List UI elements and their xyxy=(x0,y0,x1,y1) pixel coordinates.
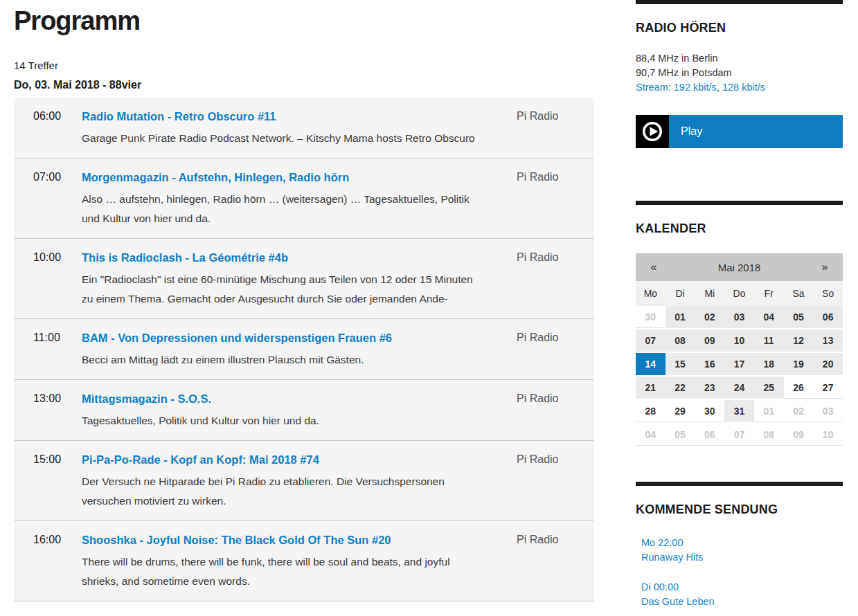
calendar-day[interactable]: 20 xyxy=(813,353,843,377)
calendar-day[interactable]: 07 xyxy=(724,424,754,447)
entry-time: 16:00 xyxy=(33,532,82,547)
calendar-day[interactable]: 10 xyxy=(724,329,754,353)
calendar-day[interactable]: 03 xyxy=(724,306,754,329)
entry-title-link[interactable]: Mittagsmagazin - S.O.S. xyxy=(82,391,211,406)
calendar-weekday: Mi xyxy=(695,288,724,299)
calendar-day[interactable]: 30 xyxy=(636,306,665,329)
calendar-prev-button[interactable]: « xyxy=(636,261,672,273)
kommende-sendung-heading: KOMMENDE SENDUNG xyxy=(636,502,843,517)
stream-link-128[interactable]: 128 kbit/s xyxy=(722,82,765,93)
calendar-day[interactable]: 02 xyxy=(784,400,814,424)
program-entry: 13:00 Mittagsmagazin - S.O.S. Tagesaktue… xyxy=(14,380,594,441)
calendar-day[interactable]: 08 xyxy=(665,329,695,353)
calendar-day[interactable]: 27 xyxy=(813,377,843,400)
page: Programm 14 Treffer Do, 03. Mai 2018 - 8… xyxy=(0,0,858,616)
upcoming-show-title: Das Gute Leben xyxy=(641,595,843,609)
entry-title-link[interactable]: BAM - Von Depressionen und widerspenstig… xyxy=(82,330,392,345)
entry-title-link[interactable]: This is Radioclash - La Géométrie #4b xyxy=(82,250,288,265)
upcoming-show-link[interactable]: Di 00:00 Das Gute Leben xyxy=(636,580,843,609)
calendar-day[interactable]: 10 xyxy=(813,424,843,447)
calendar-day[interactable]: 05 xyxy=(665,424,695,447)
program-entry: 11:00 BAM - Von Depressionen und widersp… xyxy=(14,319,594,380)
stream-link-192[interactable]: Stream: 192 kbit/s xyxy=(636,82,717,93)
entry-body: BAM - Von Depressionen und widerspenstig… xyxy=(82,330,483,370)
calendar-day[interactable]: 03 xyxy=(813,400,843,424)
calendar-weekday: Fr xyxy=(754,288,784,299)
entry-description: Garage Punk Pirate Radio Podcast Network… xyxy=(82,129,483,148)
calendar-day[interactable]: 19 xyxy=(784,353,814,377)
calendar-day[interactable]: 07 xyxy=(636,329,665,353)
program-entry: 07:00 Morgenmagazin - Aufstehn, Hinlegen… xyxy=(14,158,594,239)
calendar-day[interactable]: 25 xyxy=(754,377,784,400)
calendar-day[interactable]: 31 xyxy=(724,400,754,424)
calendar-weekday: Sa xyxy=(784,288,814,299)
entry-time: 15:00 xyxy=(33,452,82,467)
calendar-weekday: Di xyxy=(665,288,695,299)
calendar-day[interactable]: 24 xyxy=(724,377,754,400)
calendar-day[interactable]: 02 xyxy=(695,306,724,329)
calendar-weekday: Mo xyxy=(636,288,665,299)
entry-station-label: Pi Radio xyxy=(517,452,580,467)
calendar-month-label: Mai 2018 xyxy=(672,262,807,273)
entry-time: 07:00 xyxy=(33,170,82,185)
play-button-label: Play xyxy=(669,115,843,148)
upcoming-shows-list: Mo 22:00 Runaway Hits Di 00:00 Das Gute … xyxy=(636,536,843,616)
calendar-next-button[interactable]: » xyxy=(807,261,843,273)
entry-body: Pi-Pa-Po-Rade - Kopf an Kopf: Mai 2018 #… xyxy=(82,452,483,511)
calendar-day[interactable]: 09 xyxy=(695,329,724,353)
calendar-day[interactable]: 04 xyxy=(754,306,784,329)
entry-station-label: Pi Radio xyxy=(517,250,580,265)
entry-time: 10:00 xyxy=(33,250,82,265)
calendar-day[interactable]: 23 xyxy=(695,377,724,400)
upcoming-show-title: Runaway Hits xyxy=(641,550,843,565)
calendar-day[interactable]: 04 xyxy=(636,424,665,447)
calendar-day[interactable]: 13 xyxy=(813,329,843,353)
calendar-day[interactable]: 01 xyxy=(754,400,784,424)
stream-links: Stream: 192 kbit/s, 128 kbit/s xyxy=(636,80,843,95)
calendar-day[interactable]: 08 xyxy=(754,424,784,447)
results-count: 14 Treffer xyxy=(14,60,594,71)
calendar-day[interactable]: 15 xyxy=(665,353,695,377)
calendar-day[interactable]: 12 xyxy=(784,329,814,353)
calendar-day[interactable]: 17 xyxy=(724,353,754,377)
calendar-day[interactable]: 11 xyxy=(754,329,784,353)
entry-description: Der Versuch ne Hitparade bei Pi Radio zu… xyxy=(82,472,483,511)
calendar-day[interactable]: 30 xyxy=(695,400,724,424)
play-icon xyxy=(636,115,669,148)
calendar-day[interactable]: 18 xyxy=(754,353,784,377)
upcoming-show-time: Mo 22:00 xyxy=(641,536,843,550)
entry-station-label: Pi Radio xyxy=(517,330,580,345)
page-title: Programm xyxy=(14,4,594,37)
calendar-day[interactable]: 06 xyxy=(813,306,843,329)
program-entry: 06:00 Radio Mutation - Retro Obscuro #11… xyxy=(14,98,594,158)
calendar-day[interactable]: 09 xyxy=(784,424,814,447)
calendar-day[interactable]: 01 xyxy=(665,306,695,329)
calendar-grid: 30 01 02 03 04 05 06 07 08 09 xyxy=(636,306,843,447)
calendar-day[interactable]: 06 xyxy=(695,424,724,447)
entry-title-link[interactable]: Pi-Pa-Po-Rade - Kopf an Kopf: Mai 2018 #… xyxy=(82,452,319,467)
calendar-day[interactable]: 26 xyxy=(784,377,814,400)
divider-bar-top xyxy=(636,0,843,4)
entry-title-link[interactable]: Morgenmagazin - Aufstehn, Hinlegen, Radi… xyxy=(82,170,349,185)
upcoming-show-link[interactable]: Mo 22:00 Runaway Hits xyxy=(636,536,843,565)
entry-station-label: Pi Radio xyxy=(517,170,580,185)
entry-time: 13:00 xyxy=(33,391,82,406)
entry-body: Mittagsmagazin - S.O.S. Tagesaktuelles, … xyxy=(82,391,483,431)
calendar-day[interactable]: 16 xyxy=(695,353,724,377)
calendar-weekday-row: Mo Di Mi Do Fr Sa So xyxy=(636,281,843,306)
play-button[interactable]: Play xyxy=(636,115,843,148)
entry-title-link[interactable]: Shooshka - Joyful Noise: The Black Gold … xyxy=(82,532,391,547)
sidebar: RADIO HÖREN 88,4 MHz in Berlin 90,7 MHz … xyxy=(636,0,843,616)
calendar-day[interactable]: 21 xyxy=(636,377,665,400)
entry-title-link[interactable]: Radio Mutation - Retro Obscuro #11 xyxy=(82,109,276,124)
entry-time: 06:00 xyxy=(33,109,82,124)
calendar-day[interactable]: 05 xyxy=(784,306,814,329)
entry-body: Morgenmagazin - Aufstehn, Hinlegen, Radi… xyxy=(82,170,483,228)
date-heading: Do, 03. Mai 2018 - 88vier xyxy=(14,79,594,91)
calendar-day[interactable]: 22 xyxy=(665,377,695,400)
entry-description: Becci am Mittag lädt zu einem illustren … xyxy=(82,350,483,370)
calendar-day[interactable]: 28 xyxy=(636,400,665,424)
calendar-day[interactable]: 14 xyxy=(636,353,665,377)
calendar-weekday: So xyxy=(813,288,843,299)
calendar-day[interactable]: 29 xyxy=(665,400,695,424)
